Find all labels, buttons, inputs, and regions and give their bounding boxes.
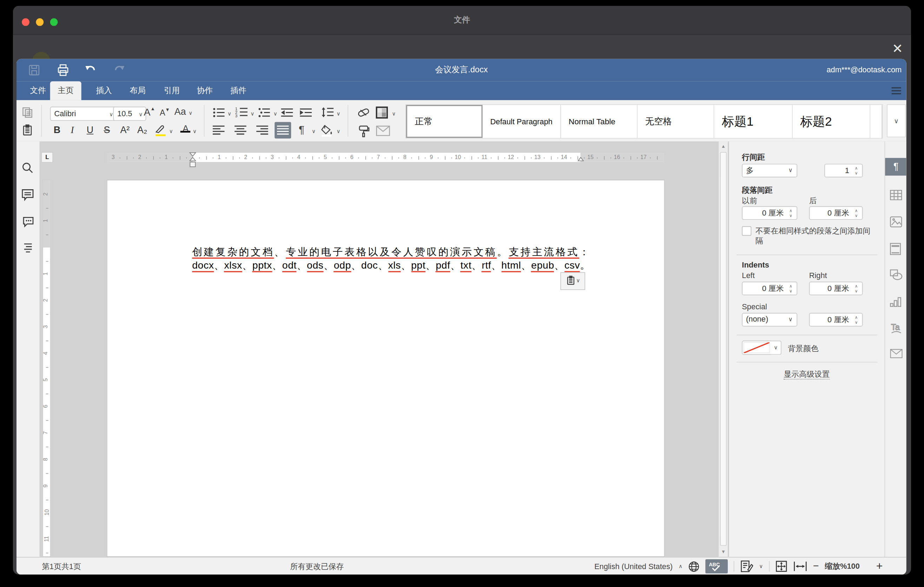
copy-icon[interactable] — [21, 106, 34, 119]
fit-width-icon[interactable] — [793, 560, 807, 572]
close-icon[interactable]: ✕ — [889, 40, 906, 58]
fit-page-icon[interactable] — [775, 560, 787, 572]
ribbon-tab-1[interactable]: 文件 — [23, 81, 54, 101]
font-size-select[interactable]: 10.5∨ — [113, 107, 146, 121]
special-select[interactable]: (none)∨ — [742, 313, 797, 326]
image-settings-icon[interactable] — [890, 216, 902, 229]
bullet-list-icon[interactable] — [213, 107, 226, 118]
line-spacing-icon[interactable] — [321, 107, 334, 119]
vertical-scrollbar[interactable]: ▲ ▼ — [718, 142, 728, 557]
shape-settings-icon[interactable] — [890, 269, 902, 282]
style-preview-5[interactable]: 标题1 — [714, 105, 792, 138]
horizontal-ruler[interactable]: 3211234567891011121314151617 — [107, 152, 665, 163]
comment-icon[interactable] — [21, 188, 34, 201]
zoom-out-button[interactable]: − — [813, 560, 819, 572]
clear-style-icon[interactable] — [357, 107, 371, 119]
multilevel-list-chevron[interactable]: ∨ — [274, 111, 277, 117]
decrease-indent-icon[interactable] — [280, 107, 294, 118]
document-text[interactable]: 创建复杂的文档、专业的电子表格以及令人赞叹的演示文稿。支持主流格式： docx、… — [192, 246, 582, 272]
account-email[interactable]: adm***@dootask.com — [827, 65, 901, 74]
italic-button[interactable]: I — [71, 125, 74, 135]
language-caret-icon[interactable]: ∧ — [678, 564, 683, 569]
page-count[interactable]: 第1页共1页 — [42, 562, 81, 572]
no-space-same-style-checkbox[interactable] — [742, 226, 751, 236]
increase-font-icon[interactable]: A▲ — [144, 106, 155, 118]
headerfooter-settings-icon[interactable] — [890, 243, 902, 255]
font-color-chevron[interactable]: ∨ — [193, 129, 196, 134]
table-settings-icon[interactable] — [890, 190, 902, 202]
align-left-icon[interactable] — [212, 125, 225, 135]
bullet-list-chevron[interactable]: ∨ — [228, 111, 231, 117]
globe-icon[interactable] — [688, 561, 700, 572]
line-spacing-select[interactable]: 多∨ — [742, 164, 797, 178]
styles-gallery-expand-chevron[interactable]: ∨ — [887, 104, 906, 137]
ribbon-tab-5[interactable]: 引用 — [156, 81, 188, 101]
spacing-before-input[interactable]: 0 厘米∧∨ — [742, 206, 797, 220]
style-preview-4[interactable]: 无空格 — [637, 105, 714, 138]
paste-icon[interactable] — [21, 124, 34, 137]
ribbon-tab-7[interactable]: 插件 — [223, 81, 254, 101]
line-spacing-amount[interactable]: 1∧∨ — [824, 164, 863, 178]
numbered-list-chevron[interactable]: ∨ — [250, 111, 254, 117]
style-preview-1[interactable]: 正常 — [406, 105, 483, 138]
multilevel-list-icon[interactable] — [258, 107, 271, 118]
paragraph-settings-icon[interactable]: ¶ — [885, 158, 906, 176]
ribbon-tab-3[interactable]: 插入 — [89, 81, 120, 101]
subscript-button[interactable]: A₂ — [137, 125, 147, 135]
superscript-button[interactable]: A² — [120, 125, 130, 135]
decrease-font-icon[interactable]: A▼ — [160, 107, 170, 117]
font-name-select[interactable]: Calibri∨ — [50, 107, 117, 121]
document-page[interactable]: 创建复杂的文档、专业的电子表格以及令人赞叹的演示文稿。支持主流格式： docx、… — [107, 180, 665, 557]
highlight-color-icon[interactable] — [155, 124, 167, 138]
mailmerge-settings-icon[interactable] — [890, 349, 902, 361]
underline-button[interactable]: U — [87, 125, 93, 135]
increase-indent-icon[interactable] — [299, 107, 312, 118]
mailmerge-icon[interactable] — [376, 126, 390, 136]
nonprinting-chars-icon[interactable]: ¶ — [299, 124, 304, 136]
track-changes-icon[interactable] — [740, 560, 753, 573]
nonprinting-chevron[interactable]: ∨ — [312, 129, 315, 134]
change-case-icon[interactable]: Aa ∨ — [175, 107, 192, 117]
line-spacing-chevron[interactable]: ∨ — [336, 111, 340, 117]
hamburger-menu-icon[interactable] — [892, 87, 901, 94]
background-color-swatch[interactable] — [742, 341, 771, 355]
format-painter-icon[interactable] — [357, 124, 370, 137]
scrollbar-thumb[interactable] — [720, 152, 726, 546]
navigation-icon[interactable] — [21, 241, 34, 254]
style-preview-2[interactable]: Default Paragraph — [483, 105, 561, 138]
tab-selector-box[interactable]: L — [41, 152, 53, 163]
advanced-settings-link[interactable]: 显示高级设置 — [729, 369, 884, 379]
chart-settings-icon[interactable] — [890, 296, 902, 308]
spellcheck-icon[interactable]: ABC — [705, 559, 728, 573]
scroll-up-icon[interactable]: ▲ — [720, 144, 726, 149]
special-amount-input[interactable]: 0 厘米∧∨ — [809, 313, 863, 326]
strikethrough-button[interactable]: S — [104, 125, 110, 135]
textart-settings-icon[interactable]: Ta — [890, 322, 902, 335]
borders-icon[interactable] — [375, 106, 389, 119]
indent-markers[interactable] — [189, 152, 196, 167]
background-color-chevron[interactable]: ∨ — [771, 341, 782, 355]
align-right-icon[interactable] — [256, 125, 269, 135]
style-preview-6[interactable]: 标题2 — [793, 105, 871, 138]
shading-bucket-icon[interactable] — [320, 124, 335, 137]
borders-chevron[interactable]: ∨ — [392, 111, 396, 117]
align-center-icon[interactable] — [234, 125, 247, 135]
search-icon[interactable] — [21, 162, 34, 175]
right-indent-marker[interactable] — [578, 157, 584, 162]
justify-icon-active[interactable] — [274, 122, 291, 139]
font-color-icon[interactable]: A — [180, 124, 192, 134]
ribbon-tab-6[interactable]: 协作 — [189, 81, 221, 101]
paste-options-button[interactable]: ∨ — [560, 272, 585, 290]
shading-chevron[interactable]: ∨ — [336, 129, 340, 134]
indent-left-input[interactable]: 0 厘米∧∨ — [742, 282, 797, 295]
scroll-down-icon[interactable]: ▼ — [720, 549, 726, 554]
style-preview-3[interactable]: Normal Table — [561, 105, 637, 138]
numbered-list-icon[interactable]: 123 — [235, 106, 248, 118]
track-changes-chevron[interactable]: ∨ — [759, 564, 763, 569]
ribbon-tab-4[interactable]: 布局 — [122, 81, 153, 101]
indent-right-input[interactable]: 0 厘米∧∨ — [809, 282, 863, 295]
zoom-in-button[interactable]: + — [876, 560, 883, 573]
language-selector[interactable]: English (United States) — [594, 562, 673, 571]
vertical-ruler[interactable]: 211234567891011 — [43, 180, 51, 557]
ribbon-tab-2[interactable]: 主页 — [50, 81, 81, 101]
